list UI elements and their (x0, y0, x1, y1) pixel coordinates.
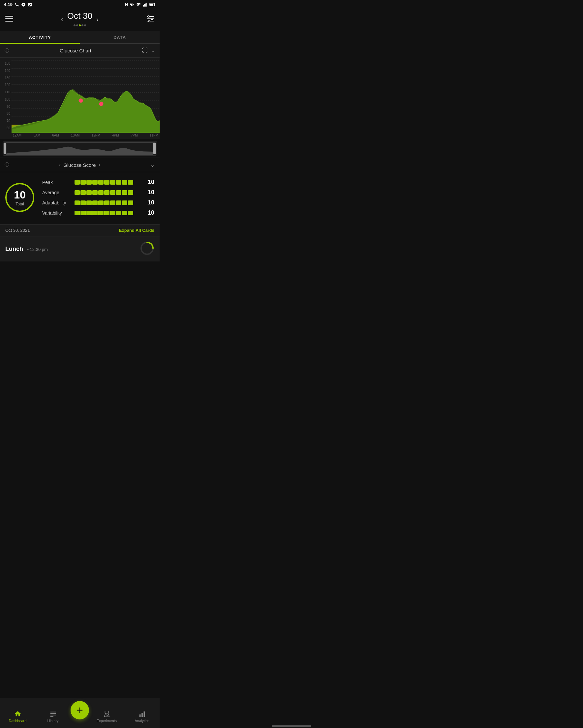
score-metrics: Peak 10 Average (42, 179, 154, 216)
glucose-score-header: ⓘ ‹ Glucose Score › ⌄ (0, 158, 160, 172)
glucose-score-info-icon[interactable]: ⓘ (5, 162, 9, 168)
tab-activity[interactable]: ACTIVITY (0, 31, 80, 43)
svg-point-14 (148, 16, 150, 17)
score-collapse-icon[interactable]: ⌄ (150, 161, 155, 168)
prev-date-button[interactable]: ‹ (61, 16, 63, 23)
score-title: Glucose Score (63, 162, 96, 168)
lunch-preview[interactable]: Lunch • 12:30 pm (0, 236, 160, 261)
mini-chart-scrubber[interactable] (3, 141, 157, 156)
score-value: 10 (14, 189, 26, 201)
svg-rect-11 (5, 18, 13, 19)
svg-rect-34 (153, 143, 156, 154)
svg-rect-3 (143, 5, 144, 7)
metric-peak-label: Peak (42, 180, 72, 185)
svg-rect-5 (145, 3, 146, 6)
metric-average-value: 10 (146, 189, 154, 196)
lunch-arc-icon (140, 241, 154, 257)
lunch-info: Lunch • 12:30 pm (5, 245, 48, 253)
status-left: 4:19 (4, 2, 32, 7)
svg-point-2 (29, 4, 30, 4)
svg-point-16 (151, 18, 153, 20)
svg-point-18 (149, 20, 150, 22)
mute-icon (130, 2, 134, 7)
glucose-chart-title: Glucose Chart (9, 48, 142, 53)
prev-score-button[interactable]: ‹ (59, 162, 61, 168)
fullscreen-icon[interactable] (142, 47, 148, 54)
metric-variability: Variability 10 (42, 209, 154, 216)
messenger-icon (21, 2, 26, 7)
expand-all-cards-button[interactable]: Expand All Cards (119, 228, 154, 233)
metric-adaptability-label: Adaptability (42, 200, 72, 205)
lunch-title: Lunch (5, 245, 23, 252)
svg-rect-10 (5, 16, 13, 17)
next-score-button[interactable]: › (99, 162, 100, 168)
battery-icon (149, 3, 156, 7)
metric-peak-bars (75, 180, 144, 185)
wifi-icon (136, 2, 141, 7)
collapse-icon[interactable]: ⌄ (151, 48, 155, 53)
metric-variability-label: Variability (42, 210, 72, 216)
date-nav: ‹ Oct 30 › (61, 11, 99, 28)
next-date-button[interactable]: › (96, 16, 99, 23)
score-total-label: Total (16, 202, 24, 206)
metric-average-bars (75, 190, 144, 195)
glucose-chart-actions: ⌄ (142, 47, 155, 54)
svg-point-30 (79, 99, 83, 103)
svg-rect-33 (4, 143, 6, 154)
image-icon (28, 2, 32, 7)
svg-rect-8 (155, 4, 155, 5)
metric-average: Average 10 (42, 189, 154, 196)
metric-variability-value: 10 (146, 209, 154, 216)
status-right: N (125, 2, 156, 7)
glucose-chart: 150 140 130 120 110 100 90 80 70 60 (0, 58, 160, 139)
metric-adaptability-bars (75, 201, 144, 205)
metric-variability-bars (75, 211, 144, 215)
footer-date: Oct 30, 2021 (5, 228, 30, 233)
status-bar: 4:19 N (0, 0, 160, 8)
svg-rect-4 (144, 4, 145, 6)
date-dots (67, 22, 93, 28)
nfc-icon: N (125, 2, 128, 7)
score-circle: 10 Total (5, 183, 34, 212)
svg-rect-12 (5, 21, 13, 22)
svg-rect-6 (146, 3, 147, 7)
glucose-chart-info-icon[interactable]: ⓘ (5, 48, 9, 54)
signal-icon (143, 2, 147, 7)
metric-peak-value: 10 (146, 179, 154, 186)
lunch-time: • 12:30 pm (27, 247, 48, 252)
metric-adaptability-value: 10 (146, 199, 154, 206)
svg-point-31 (99, 102, 103, 106)
current-date: Oct 30 (67, 11, 93, 21)
settings-button[interactable] (146, 15, 154, 24)
menu-button[interactable] (5, 15, 13, 24)
glucose-chart-header: ⓘ Glucose Chart ⌄ (0, 44, 160, 58)
metric-adaptability: Adaptability 10 (42, 199, 154, 206)
header: ‹ Oct 30 › (0, 8, 160, 31)
glucose-score-content: 10 Total Peak 10 Average (0, 172, 160, 224)
x-axis-labels: 12AM 3AM 6AM 10AM 12PM 4PM 7PM 11PM (11, 133, 160, 139)
phone-icon (15, 2, 19, 7)
status-time: 4:19 (4, 2, 12, 7)
svg-rect-9 (149, 4, 153, 6)
tabs: ACTIVITY DATA (0, 31, 160, 44)
score-nav: ‹ Glucose Score › (59, 162, 100, 168)
metric-average-label: Average (42, 190, 72, 195)
tab-data[interactable]: DATA (80, 31, 160, 43)
glucose-chart-svg (11, 60, 160, 133)
metric-peak: Peak 10 (42, 179, 154, 186)
date-footer: Oct 30, 2021 Expand All Cards (0, 224, 160, 236)
